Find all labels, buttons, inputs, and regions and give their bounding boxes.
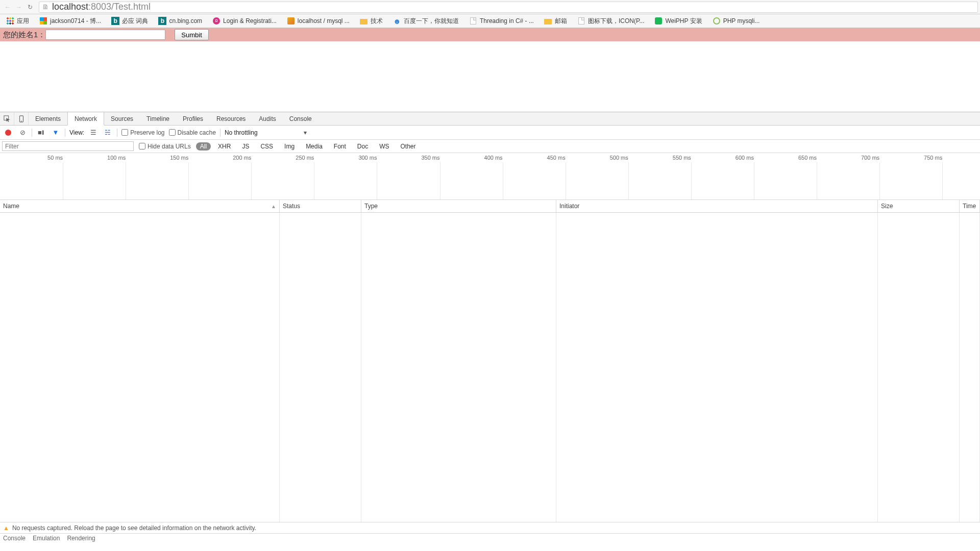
bookmark-label: PHP mysqli...	[723, 17, 760, 24]
filter-ws[interactable]: WS	[375, 142, 393, 151]
col-name[interactable]: Name▲	[0, 200, 280, 212]
col-size[interactable]: Size	[878, 200, 960, 212]
drawer-tab-emulation[interactable]: Emulation	[33, 535, 60, 542]
bookmark-item[interactable]: 应用	[2, 15, 33, 27]
device-icon[interactable]	[14, 112, 29, 125]
col-initiator[interactable]: Initiator	[556, 200, 878, 212]
drawer-tab-console[interactable]: Console	[3, 535, 26, 542]
filter-js[interactable]: JS	[238, 142, 253, 151]
browser-nav-bar: ← → ↻ 🗎 localhost:8003/Test.html	[0, 0, 980, 14]
timeline-tick: 300 ms	[358, 155, 377, 161]
warning-icon: ▲	[3, 524, 9, 532]
bookmark-item[interactable]: WeiPHP 安装	[650, 15, 706, 27]
tab-timeline[interactable]: Timeline	[140, 112, 176, 125]
name-input[interactable]	[45, 30, 165, 40]
filter-doc[interactable]: Doc	[353, 142, 372, 151]
tab-audits[interactable]: Audits	[252, 112, 282, 125]
timeline-tick: 400 ms	[484, 155, 503, 161]
filter-xhr[interactable]: XHR	[214, 142, 235, 151]
view-label: View:	[69, 129, 84, 136]
bookmarks-bar: 应用jackson0714 - 博...b必应 词典bcn.bing.com¤L…	[0, 14, 980, 28]
throttling-select[interactable]: No throttling ▾	[225, 129, 307, 136]
bookmark-label: localhost / mysql ...	[298, 17, 350, 24]
view-large-icon[interactable]: ☰	[88, 128, 99, 138]
devtools-panel: ElementsNetworkSourcesTimelineProfilesRe…	[0, 112, 980, 543]
timeline-tick: 600 ms	[736, 155, 754, 161]
tab-network[interactable]: Network	[67, 112, 104, 126]
record-button[interactable]	[3, 128, 13, 138]
disable-cache-checkbox[interactable]: Disable cache	[169, 129, 216, 136]
timeline-tick: 100 ms	[107, 155, 126, 161]
timeline-gridline	[754, 162, 754, 199]
bookmark-label: 邮箱	[555, 17, 567, 26]
col-status[interactable]: Status	[280, 200, 361, 212]
filter-icon[interactable]: ▼	[51, 128, 61, 138]
filter-other[interactable]: Other	[397, 142, 420, 151]
timeline-gridline	[503, 162, 503, 199]
address-bar[interactable]: 🗎 localhost:8003/Test.html	[39, 2, 978, 13]
preserve-log-checkbox[interactable]: Preserve log	[121, 129, 164, 136]
bookmark-item[interactable]: ☻百度一下，你就知道	[389, 15, 463, 27]
tab-profiles[interactable]: Profiles	[176, 112, 210, 125]
timeline-overview[interactable]: 50 ms100 ms150 ms200 ms250 ms300 ms350 m…	[0, 153, 980, 200]
timeline-gridline	[440, 162, 440, 199]
bookmark-item[interactable]: localhost / mysql ...	[283, 15, 354, 27]
back-button[interactable]: ←	[2, 2, 13, 13]
sort-asc-icon: ▲	[271, 204, 276, 209]
inspect-icon[interactable]	[0, 112, 14, 125]
camera-icon[interactable]: ■▌	[36, 128, 46, 138]
devtools-status-bar: ▲ No requests captured. Reload the page …	[0, 522, 980, 533]
filter-input[interactable]	[2, 141, 134, 151]
bing-icon: b	[111, 17, 119, 25]
timeline-gridline	[817, 162, 817, 199]
tab-elements[interactable]: Elements	[29, 112, 67, 125]
tab-console[interactable]: Console	[283, 112, 318, 125]
timeline-tick: 550 ms	[673, 155, 691, 161]
form-row: 您的姓名1： Sumbit	[0, 28, 980, 41]
bookmark-label: 百度一下，你就知道	[404, 17, 459, 26]
lr-icon: ¤	[212, 17, 220, 25]
bookmark-item[interactable]: Threading in C# - ...	[465, 15, 538, 27]
hide-data-urls-checkbox[interactable]: Hide data URLs	[139, 143, 191, 150]
network-table-header: Name▲ Status Type Initiator Size Time	[0, 200, 980, 213]
bookmark-label: Threading in C# - ...	[480, 17, 534, 24]
bookmark-label: jackson0714 - 博...	[50, 17, 101, 26]
bookmark-item[interactable]: jackson0714 - 博...	[35, 15, 105, 27]
filter-media[interactable]: Media	[302, 142, 327, 151]
bookmark-item[interactable]: bcn.bing.com	[154, 15, 206, 27]
col-type[interactable]: Type	[361, 200, 556, 212]
timeline-gridline	[188, 162, 189, 199]
tab-sources[interactable]: Sources	[104, 112, 140, 125]
svg-point-2	[21, 120, 22, 121]
bookmark-item[interactable]: PHP mysqli...	[708, 15, 764, 27]
tab-resources[interactable]: Resources	[210, 112, 252, 125]
timeline-tick: 200 ms	[233, 155, 251, 161]
apps-icon	[6, 17, 14, 25]
reload-button[interactable]: ↻	[24, 2, 36, 13]
bookmark-item[interactable]: 图标下载，ICON(P...	[573, 15, 648, 27]
devtools-drawer-tabs: ConsoleEmulationRendering	[0, 533, 980, 543]
bookmark-label: 图标下载，ICON(P...	[588, 17, 644, 26]
timeline-gridline	[628, 162, 629, 199]
bookmark-item[interactable]: 邮箱	[540, 15, 571, 27]
drawer-tab-rendering[interactable]: Rendering	[67, 535, 95, 542]
col-time[interactable]: Time	[960, 200, 980, 212]
filter-img[interactable]: Img	[280, 142, 299, 151]
view-waterfall-icon[interactable]: ☵	[103, 128, 113, 138]
filter-all[interactable]: All	[196, 142, 211, 151]
submit-button[interactable]: Sumbit	[175, 29, 208, 40]
timeline-gridline	[126, 162, 126, 199]
bookmark-item[interactable]: 技术	[356, 15, 387, 27]
baidu-icon: ☻	[393, 17, 401, 25]
pma-icon	[287, 17, 295, 25]
filter-font[interactable]: Font	[330, 142, 350, 151]
page-blank-area	[0, 41, 980, 112]
bookmark-item[interactable]: b必应 词典	[107, 15, 152, 27]
network-toolbar: ⊘ ■▌ ▼ View: ☰ ☵ Preserve log Disable ca…	[0, 126, 980, 140]
filter-css[interactable]: CSS	[256, 142, 277, 151]
timeline-gridline	[879, 162, 880, 199]
clear-button[interactable]: ⊘	[17, 128, 28, 138]
bookmark-item[interactable]: ¤Login & Registrati...	[208, 15, 281, 27]
page-icon	[469, 17, 477, 25]
forward-button[interactable]: →	[13, 2, 24, 13]
